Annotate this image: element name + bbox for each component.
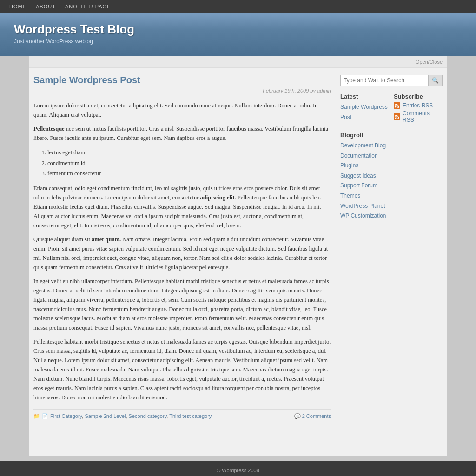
subscribe-heading: Subscribe [394,93,443,100]
post-paragraph-2: Pellentesque nec sem ut metus facilisis … [33,124,331,143]
main-content: Sample Wordpress Post February 19th, 200… [33,75,331,419]
cat-second-level[interactable]: Sample 2nd Level [85,413,126,419]
top-navigation: HOME ABOUT ANOTHER PAGE [0,0,476,13]
post-footer: 📁 📄 First Category, Sample 2nd Level, Se… [33,409,331,419]
nav-about[interactable]: ABOUT [36,4,56,9]
post-paragraph-5: In eget velit eu nibh ullamcorper interd… [33,277,331,332]
cat-first[interactable]: First Category [50,413,82,419]
post-meta: February 19th, 2009 by admin [33,88,331,96]
post-p4-prefix: Quisque aliquet diam sit [33,236,90,243]
entries-rss-item: Entries RSS [394,102,443,109]
open-close-link[interactable]: Open/Close [416,59,443,65]
nav-another-page[interactable]: ANOTHER PAGE [65,4,111,9]
post-list: lectus eget diam. condimentum id ferment… [47,147,331,179]
latest-post-link[interactable]: Sample Wordpress Post [340,102,389,122]
blogroll-wp-customization[interactable]: WP Customization [340,211,443,221]
rss-svg-entries [394,102,400,109]
sidebar-subscribe-col: Subscribe Entries RSS [394,93,443,125]
blogroll-support-forum[interactable]: Support Forum [340,181,443,191]
cat-second[interactable]: Second category [129,413,167,419]
rss-svg-comments [394,113,400,120]
site-header: Wordpress Test Blog Just another WordPre… [0,13,476,56]
sidebar-top-section: Latest Sample Wordpress Post Subscribe [340,93,443,125]
category-links: First Category, Sample 2nd Level, Second… [50,413,212,419]
search-button[interactable]: 🔍 [428,75,442,86]
cat-third[interactable]: Third test category [169,413,212,419]
blogroll-development[interactable]: Development Blog [340,141,443,151]
comments-count[interactable]: 2 Comments [302,413,331,419]
comments-rss-icon [394,113,400,120]
comments-rss-item: Comments RSS [394,110,443,123]
svg-rect-2 [394,113,400,120]
entries-rss-icon [394,102,400,109]
main-wrapper: Open/Close Sample Wordpress Post Februar… [29,56,447,456]
latest-heading: Latest [340,93,389,100]
sidebar-blogroll: Blogroll Development Blog Documentation … [340,132,443,221]
blogroll-themes[interactable]: Themes [340,191,443,201]
search-box: 🔍 [340,75,443,86]
entries-rss-link[interactable]: Entries RSS [403,102,433,109]
footer-copyright: © Wordpress 2009 [7,468,469,473]
post-paragraph-4: Quisque aliquet diam sit amet quam. Nam … [33,235,331,272]
sidebar: 🔍 Latest Sample Wordpress Post Subscribe [340,75,443,419]
post-paragraph-6: Pellentesque habitant morbi tristique se… [33,337,331,402]
post-body: Lorem ipsum dolor sit amet, consectetur … [33,101,331,402]
nav-home[interactable]: HOME [9,4,26,9]
site-tagline: Just another WordPress weblog [14,38,462,45]
svg-rect-0 [394,102,400,109]
list-item-3: fermentum consectetur [47,168,331,179]
search-icon: 🔍 [432,77,439,84]
list-item-1: lectus eget diam. [47,147,331,158]
site-footer: © Wordpress 2009 Entries (RSS) and Comme… [0,461,476,476]
sidebar-latest-col: Latest Sample Wordpress Post [340,93,389,125]
comments-rss-link[interactable]: Comments RSS [403,110,443,123]
blogroll-plugins[interactable]: Plugins [340,161,443,171]
blogroll-wordpress-planet[interactable]: WordPress Planet [340,201,443,212]
open-close-bar: Open/Close [29,56,447,68]
post-categories: 📁 📄 First Category, Sample 2nd Level, Se… [33,413,212,419]
svg-point-1 [395,106,397,108]
folder-icon: 📁 [33,413,40,419]
post-comments-link: 💬 2 Comments [294,413,331,419]
blogroll-heading: Blogroll [340,132,443,139]
content-area: Sample Wordpress Post February 19th, 200… [29,68,447,426]
post-title[interactable]: Sample Wordpress Post [33,75,331,86]
post-p2-bold: Pellentesque [33,126,65,132]
blogroll-suggest-ideas[interactable]: Suggest Ideas [340,171,443,181]
post-p3-bold: adipiscing elit [200,194,235,201]
post-paragraph-3: Etiam consequat, odio eget condimentum t… [33,184,331,230]
post-p4-bold: amet quam. [92,236,121,243]
list-item-2: condimentum id [47,158,331,169]
file-icon: 📄 [42,413,48,419]
post-paragraph-1: Lorem ipsum dolor sit amet, consectetur … [33,101,331,119]
post-p2-rest: nec sem ut metus facilisis porttitor. Cr… [33,126,328,141]
comment-bubble-icon: 💬 [294,413,301,419]
svg-point-3 [395,118,397,119]
search-input[interactable] [341,75,428,86]
blogroll-documentation[interactable]: Documentation [340,151,443,161]
site-title: Wordpress Test Blog [14,22,462,37]
